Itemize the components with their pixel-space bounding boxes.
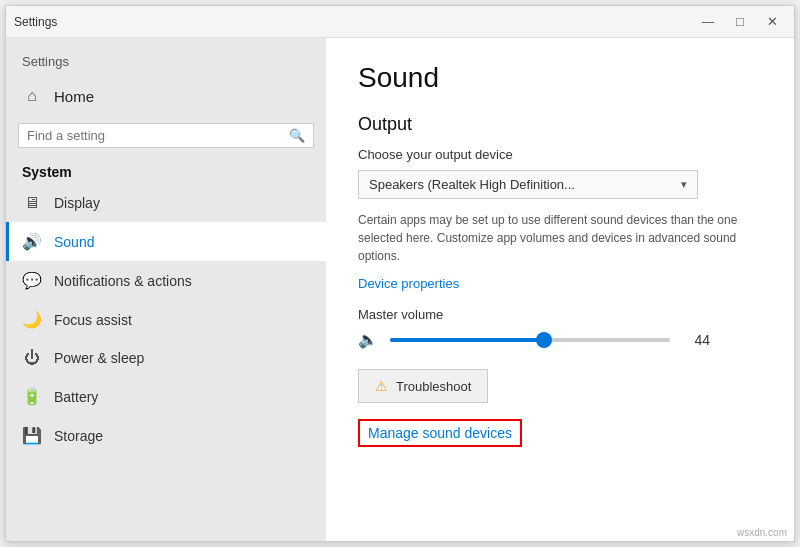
sound-icon: 🔊 bbox=[22, 232, 42, 251]
home-icon: ⌂ bbox=[22, 87, 42, 105]
sidebar-home-label: Home bbox=[54, 88, 94, 105]
nav-storage-label: Storage bbox=[54, 428, 103, 444]
output-section-title: Output bbox=[358, 114, 762, 135]
manage-sound-devices-link[interactable]: Manage sound devices bbox=[358, 419, 522, 447]
sidebar-item-storage[interactable]: 💾 Storage bbox=[6, 416, 326, 455]
sidebar-item-display[interactable]: 🖥 Display bbox=[6, 184, 326, 222]
focus-icon: 🌙 bbox=[22, 310, 42, 329]
search-input[interactable] bbox=[27, 128, 283, 143]
search-icon: 🔍 bbox=[289, 128, 305, 143]
chevron-down-icon: ▾ bbox=[681, 178, 687, 191]
slider-track bbox=[390, 338, 670, 342]
display-icon: 🖥 bbox=[22, 194, 42, 212]
sidebar-header: Settings bbox=[6, 38, 326, 77]
search-box[interactable]: 🔍 bbox=[18, 123, 314, 148]
volume-icon: 🔈 bbox=[358, 330, 378, 349]
page-title: Sound bbox=[358, 62, 762, 94]
output-description: Certain apps may be set up to use differ… bbox=[358, 211, 758, 265]
window-content: Settings ⌂ Home 🔍 System 🖥 Display 🔊 Sou… bbox=[6, 38, 794, 541]
minimize-button[interactable]: — bbox=[694, 12, 722, 32]
sidebar-item-home[interactable]: ⌂ Home bbox=[6, 77, 326, 115]
notifications-icon: 💬 bbox=[22, 271, 42, 290]
nav-display-label: Display bbox=[54, 195, 100, 211]
sidebar: Settings ⌂ Home 🔍 System 🖥 Display 🔊 Sou… bbox=[6, 38, 326, 541]
sidebar-item-battery[interactable]: 🔋 Battery bbox=[6, 377, 326, 416]
troubleshoot-label: Troubleshoot bbox=[396, 379, 471, 394]
output-device-select[interactable]: Speakers (Realtek High Definition... ▾ bbox=[358, 170, 698, 199]
power-icon: ⏻ bbox=[22, 349, 42, 367]
maximize-button[interactable]: □ bbox=[726, 12, 754, 32]
warning-icon: ⚠ bbox=[375, 378, 388, 394]
troubleshoot-button[interactable]: ⚠ Troubleshoot bbox=[358, 369, 488, 403]
output-device-value: Speakers (Realtek High Definition... bbox=[369, 177, 575, 192]
nav-sound-label: Sound bbox=[54, 234, 94, 250]
master-volume-label: Master volume bbox=[358, 307, 762, 322]
window-title: Settings bbox=[14, 15, 57, 29]
sidebar-item-focus[interactable]: 🌙 Focus assist bbox=[6, 300, 326, 339]
system-label: System bbox=[6, 156, 326, 184]
storage-icon: 💾 bbox=[22, 426, 42, 445]
volume-value: 44 bbox=[682, 332, 710, 348]
output-device-label: Choose your output device bbox=[358, 147, 762, 162]
window-controls: — □ ✕ bbox=[694, 12, 786, 32]
device-properties-link[interactable]: Device properties bbox=[358, 276, 459, 291]
close-button[interactable]: ✕ bbox=[758, 12, 786, 32]
sidebar-item-notifications[interactable]: 💬 Notifications & actions bbox=[6, 261, 326, 300]
nav-focus-label: Focus assist bbox=[54, 312, 132, 328]
nav-battery-label: Battery bbox=[54, 389, 98, 405]
battery-icon: 🔋 bbox=[22, 387, 42, 406]
nav-notifications-label: Notifications & actions bbox=[54, 273, 192, 289]
title-bar: Settings — □ ✕ bbox=[6, 6, 794, 38]
main-panel: Sound Output Choose your output device S… bbox=[326, 38, 794, 541]
volume-row: 🔈 44 bbox=[358, 330, 762, 349]
slider-fill bbox=[390, 338, 544, 342]
volume-slider[interactable] bbox=[390, 338, 670, 342]
slider-thumb[interactable] bbox=[536, 332, 552, 348]
sidebar-item-power[interactable]: ⏻ Power & sleep bbox=[6, 339, 326, 377]
sidebar-item-sound[interactable]: 🔊 Sound bbox=[6, 222, 326, 261]
watermark: wsxdn.com bbox=[737, 527, 787, 538]
nav-power-label: Power & sleep bbox=[54, 350, 144, 366]
